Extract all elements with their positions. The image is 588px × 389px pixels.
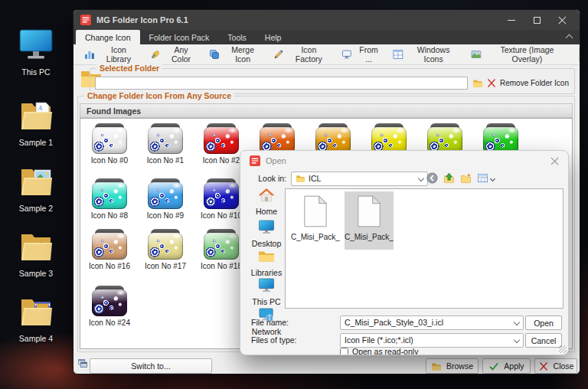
sidebar-item-this-pc[interactable]: This PC [247, 278, 286, 306]
toolbar-button-windows-icons[interactable]: Windows Icons [387, 43, 466, 66]
toolbar-separator [579, 47, 580, 62]
look-in-label: Look in: [240, 174, 286, 183]
file-item[interactable]: C_Misi_Pack_Styl... [345, 191, 394, 250]
change-source-legend: Change Folder Icon From Any Source [84, 91, 234, 100]
desktop-icon-label: Sample 2 [8, 204, 64, 213]
sidebar-item-desktop[interactable]: Desktop [247, 220, 286, 248]
found-icon[interactable]: Icon No #1 [140, 123, 191, 165]
sidebar-item-libraries[interactable]: Libraries [247, 249, 286, 277]
toolbar-button-any-color[interactable]: Any Color [145, 43, 204, 66]
view-menu-icon[interactable] [477, 172, 488, 184]
switch-to-label: Switch to... [131, 361, 170, 371]
read-only-checkbox[interactable] [340, 348, 348, 356]
browse-button[interactable]: Browse [426, 358, 479, 374]
toolbar-button-icon-library[interactable]: Icon Library [79, 43, 145, 66]
titlebar[interactable]: MG Folder Icon Pro 6.1 [74, 10, 580, 30]
found-icon-label: Icon No #8 [84, 211, 135, 220]
selected-folder-group: Selected Folder Remove Folder Icon [90, 68, 575, 94]
look-in-combobox[interactable]: ICL [291, 172, 428, 186]
sidebar-item-home[interactable]: Home [247, 188, 286, 216]
open-dialog-titlebar[interactable]: Open [240, 151, 568, 171]
close-button[interactable]: Close [534, 358, 577, 374]
found-icon[interactable]: Icon No #0 [84, 123, 135, 165]
chevron-down-icon [514, 319, 520, 325]
folder-art-icon [427, 123, 462, 154]
desktop-icon-this-pc[interactable]: This PC [8, 28, 64, 77]
file-item[interactable]: C_Misi_Pack_Styl... [291, 191, 340, 250]
close-label: Close [554, 361, 574, 371]
toolbar-button-texture[interactable]: Texture (Image Overlay) [466, 43, 575, 66]
desktop-icon-sample-4[interactable]: Sample 4 [8, 294, 64, 343]
folder-art-icon [204, 178, 239, 209]
apply-label: Apply [504, 361, 524, 371]
toolbar: Icon LibraryAny ColorMerge IconIcon Fact… [74, 44, 580, 65]
found-icon[interactable]: Icon No #9 [140, 178, 191, 220]
toolbar-button-label: Icon Factory [287, 45, 331, 64]
file-type-combobox[interactable]: Icon File (*.ico;*.icl) [340, 333, 524, 348]
desktop-icon-sample-2[interactable]: Sample 2 [8, 164, 64, 213]
maximize-icon[interactable] [533, 16, 541, 25]
sidebar-item-label: Libraries [247, 268, 286, 277]
icon-factory-icon [273, 49, 284, 60]
view-menu-caret-icon[interactable] [490, 176, 495, 181]
close-icon[interactable] [558, 16, 567, 25]
found-icon[interactable]: Icon No #16 [84, 229, 135, 270]
green-check-icon [488, 361, 499, 371]
toolbar-button-icon-factory[interactable]: Icon Factory [268, 43, 336, 66]
red-x-icon [538, 361, 549, 371]
found-icon-label: Icon No #24 [84, 319, 135, 327]
file-type-label: Files of type: [240, 335, 306, 345]
merge-icon-icon [209, 49, 220, 60]
monitor-icon [257, 220, 276, 235]
browse-label: Browse [446, 361, 473, 371]
back-icon[interactable] [426, 172, 438, 184]
cancel-button[interactable]: Cancel [525, 333, 562, 348]
desktop-icon-sample-3[interactable]: ♪Sample 3 [8, 229, 64, 278]
svg-text:A: A [38, 104, 43, 112]
found-images-header: Found Images [80, 103, 573, 118]
switch-to-button[interactable]: Switch to... [90, 358, 212, 374]
toolbar-button-merge-icon[interactable]: Merge Icon [204, 43, 268, 66]
remove-folder-icon-label: Remove Folder Icon [500, 79, 569, 87]
chevron-down-icon [514, 337, 520, 343]
tab-tools[interactable]: Tools [218, 30, 256, 44]
file-type-row: Files of type: Icon File (*.ico;*.icl) [240, 333, 568, 347]
file-name-label: File name: [240, 318, 306, 327]
monitor-icon [18, 28, 54, 63]
selected-folder-input[interactable] [95, 77, 468, 90]
tab-help[interactable]: Help [256, 30, 291, 44]
toolbar-button-from-source[interactable]: From ... [336, 43, 388, 66]
folder-art-icon [260, 123, 295, 154]
desktop-icon-label: This PC [8, 67, 64, 77]
tab-folder-icon-pack[interactable]: Folder Icon Pack [140, 30, 219, 44]
collapse-ribbon-icon[interactable] [566, 34, 573, 42]
toolbar-button-label: Any Color [164, 45, 199, 64]
remove-folder-icon-button[interactable]: Remove Folder Icon [472, 78, 569, 88]
file-list-panel[interactable]: C_Misi_Pack_Styl...C_Misi_Pack_Styl... [285, 188, 564, 309]
app-logo-icon [80, 15, 91, 25]
open-dialog: Open Look in: ICL HomeDesktopLibrariesTh… [240, 150, 569, 355]
desktop-icon-sample-1[interactable]: ASample 1 [8, 98, 64, 147]
folder-music-icon: ♪ [18, 229, 54, 264]
apply-button[interactable]: Apply [482, 358, 531, 374]
folder-art-icon [92, 229, 127, 260]
file-name-combobox[interactable]: C_Misi_Pack_Style_03_i.icl [340, 315, 524, 330]
resize-grip[interactable] [559, 345, 567, 353]
tab-change-icon[interactable]: Change Icon [76, 30, 140, 44]
minimize-icon[interactable] [508, 16, 516, 25]
new-folder-icon[interactable] [460, 172, 472, 184]
found-icon[interactable]: Icon No #17 [140, 229, 191, 270]
sidebar-item-label: Home [247, 207, 286, 216]
up-one-level-icon[interactable] [443, 172, 455, 184]
folder-small-icon [472, 78, 483, 88]
file-name-value: C_Misi_Pack_Style_03_i.icl [345, 318, 443, 327]
dialog-close-icon[interactable] [550, 157, 559, 165]
found-icon[interactable]: Icon No #24 [84, 286, 135, 327]
switch-icon [77, 358, 88, 368]
chevron-down-icon [418, 175, 424, 181]
folder-art-icon [148, 178, 183, 209]
found-icon[interactable]: Icon No #8 [84, 178, 135, 220]
texture-icon [471, 49, 482, 60]
open-button[interactable]: Open [525, 315, 562, 330]
file-name-row: File name: C_Misi_Pack_Style_03_i.icl [240, 315, 568, 329]
